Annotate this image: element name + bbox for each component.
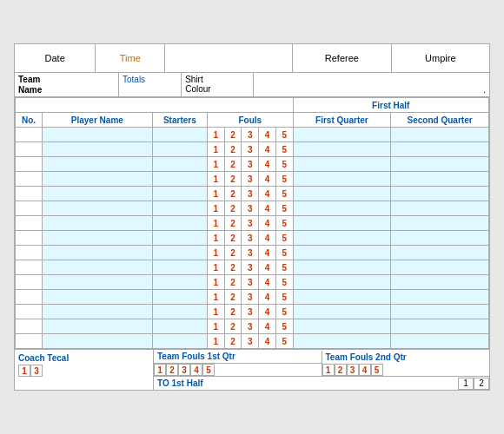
team-fouls-row: Team Fouls 1st Qtr Team Fouls 2nd Qtr [154,350,489,364]
player-name [42,187,152,201]
foul-number: 3 [242,187,259,201]
player-starter [152,172,207,187]
player-name [42,172,152,187]
foul-number: 1 [208,260,225,275]
table-row: 12345 [16,201,489,216]
first-quarter-cell [293,334,391,349]
first-half-header-row: First Half [16,98,489,113]
to-row: TO 1st Half 12 [154,376,489,390]
second-quarter-cell [391,172,489,187]
foul-number: 5 [275,128,293,142]
foul-number: 1 [208,187,225,201]
foul-number: 4 [259,275,276,290]
foul-number: 2 [224,334,242,349]
foul-number: 4 [259,334,276,349]
team-foul-2nd-num: 5 [371,364,383,376]
first-quarter-cell [293,172,391,187]
team-foul-2nd-num: 4 [359,364,371,376]
first-quarter-cell [293,290,391,305]
foul-number: 3 [242,231,259,246]
player-no [16,172,43,187]
team-foul-2nd-num: 3 [347,364,359,376]
player-name [42,231,152,246]
foul-number: 3 [242,157,259,172]
umpire-cell: Umpire [392,44,489,72]
foul-number: 2 [224,142,242,157]
foul-number: 4 [259,172,276,187]
foul-number: 2 [224,128,242,142]
player-name [42,290,152,305]
foul-number: 2 [224,216,242,231]
table-row: 12345 [16,187,489,201]
player-starter [152,334,207,349]
foul-number: 4 [259,319,276,334]
player-name [42,128,152,142]
referee-cell: Referee [293,44,391,72]
foul-number: 2 [224,187,242,201]
foul-number: 1 [208,290,225,305]
foul-number: 5 [275,187,293,201]
second-quarter-cell [391,187,489,201]
second-quarter-cell [391,334,489,349]
foul-number: 3 [242,172,259,187]
foul-number: 2 [224,305,242,319]
foul-number: 1 [208,172,225,187]
foul-number: 5 [275,201,293,216]
starters-header: Starters [152,113,207,128]
foul-number: 4 [259,142,276,157]
colour-label: Colour [185,84,249,94]
second-quarter-cell [391,305,489,319]
second-quarter-cell [391,260,489,275]
player-starter [152,231,207,246]
table-row: 12345 [16,290,489,305]
column-headers: No. Player Name Starters Fouls First Qua… [16,113,489,128]
table-row: 12345 [16,157,489,172]
foul-number: 2 [224,290,242,305]
foul-number: 5 [275,142,293,157]
team-fouls-2nd-label: Team Fouls 2nd Qtr [322,351,490,364]
foul-number: 1 [208,231,225,246]
foul-number: 5 [275,275,293,290]
player-name [42,260,152,275]
table-row: 12345 [16,246,489,260]
foul-number: 4 [259,305,276,319]
player-starter [152,201,207,216]
player-name-header: Player Name [42,113,152,128]
foul-number: 2 [224,246,242,260]
first-quarter-cell [293,128,391,142]
foul-number: 4 [259,128,276,142]
table-row: 12345 [16,216,489,231]
foul-number: 3 [242,201,259,216]
player-name [42,142,152,157]
player-no [16,157,43,172]
foul-number: 1 [208,305,225,319]
foul-number: 3 [242,319,259,334]
first-quarter-cell [293,275,391,290]
blank-cell [165,44,293,72]
table-row: 12345 [16,260,489,275]
empty-header [16,98,294,113]
player-no [16,142,43,157]
player-starter [152,128,207,142]
player-name [42,201,152,216]
first-quarter-cell [293,231,391,246]
second-quarter-cell [391,231,489,246]
foul-number: 2 [224,201,242,216]
to-label: TO 1st Half [154,377,458,390]
foul-number: 1 [208,319,225,334]
fouls-1st-nums: 12345 [154,364,322,376]
player-name [42,334,152,349]
coach-foul-num: 1 [18,365,30,377]
to-nums: 12 [458,378,489,390]
second-quarter-header: Second Quarter [391,113,489,128]
footer-area: Coach Tecal 13 Team Fouls 1st Qtr Team F… [15,349,489,390]
foul-number: 2 [224,319,242,334]
player-starter [152,142,207,157]
foul-number: 5 [275,260,293,275]
player-starter [152,290,207,305]
coach-label: Coach Tecal [18,352,149,365]
first-quarter-cell [293,216,391,231]
totals-area: Totals [119,73,182,96]
first-quarter-cell [293,201,391,216]
first-quarter-cell [293,187,391,201]
